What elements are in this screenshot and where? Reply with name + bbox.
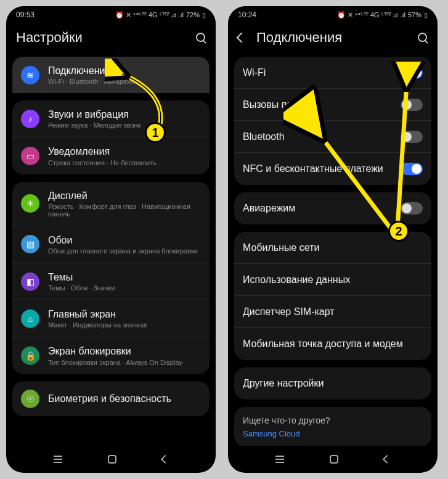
item-title: Авиарежим (243, 202, 392, 214)
settings-card: ☀ДисплейЯркость · Комфорт для глаз · Нав… (12, 182, 210, 374)
toggle-switch[interactable] (401, 163, 423, 175)
connections-item[interactable]: Мобильные сети (234, 232, 431, 264)
settings-item[interactable]: ≋ПодключенияWi-Fi · Bluetooth · Авиарежи… (12, 57, 210, 93)
item-title: Мобильная точка доступа и модем (243, 338, 423, 350)
nav-back-icon[interactable] (383, 455, 391, 464)
phone-connections: 10:24 ⏰ ✕ ᵛᵒᴸᵀᴱ 4G ᴸᵀᴱ² ⊿ .ıl 57% ▯ Подк… (228, 6, 438, 473)
status-icons: ⏰ ✕ ᵛᵒᴸᵀᴱ 4G ᴸᵀᴱ² ⊿ .ıl 72% ▯ (115, 11, 206, 19)
item-subtitle: Строка состояния · Не беспокоить (48, 159, 201, 166)
category-icon: ◧ (21, 272, 39, 291)
item-title: Диспетчер SIM-карт (243, 306, 423, 317)
item-subtitle: Wi-Fi · Bluetooth · Авиарежим (48, 78, 201, 85)
item-title: Дисплей (48, 190, 201, 202)
connections-item[interactable]: Вызовы по Wi-Fi (234, 89, 431, 121)
toggle-switch[interactable] (401, 202, 423, 215)
settings-card: ♪Звуки и вибрацияРежим звука · Мелодия з… (12, 100, 210, 174)
category-icon: ≋ (21, 66, 39, 84)
nav-home-icon[interactable] (108, 455, 116, 464)
item-title: Темы (48, 271, 201, 283)
connections-item[interactable]: Авиарежим (234, 192, 431, 224)
toggle-switch[interactable] (401, 99, 423, 111)
status-icons: ⏰ ✕ ᵛᵒᴸᵀᴱ 4G ᴸᵀᴱ² ⊿ .ıl 57% ▯ (337, 11, 428, 19)
page-title: Настройки (16, 30, 185, 46)
status-time: 09:53 (16, 10, 35, 19)
item-title: Использование данных (243, 274, 423, 285)
back-icon[interactable] (237, 33, 247, 43)
battery-icon: ▯ (202, 11, 206, 19)
connections-item[interactable]: Wi-Fi (234, 57, 431, 89)
settings-item[interactable]: ◧ТемыТемы · Обои · Значки (12, 263, 210, 300)
nav-home-icon[interactable] (330, 455, 338, 464)
settings-item[interactable]: ☀ДисплейЯркость · Комфорт для глаз · Нав… (12, 182, 210, 226)
item-title: Экран блокировки (48, 345, 201, 357)
search-icon[interactable] (418, 33, 428, 43)
item-title: Wi-Fi (243, 67, 392, 78)
item-title: NFC и бесконтактные платежи (243, 163, 392, 174)
settings-card: ≋ПодключенияWi-Fi · Bluetooth · Авиарежи… (12, 57, 210, 93)
category-icon: ▧ (21, 235, 39, 253)
item-title: Главный экран (48, 308, 201, 320)
category-icon: 🔒 (21, 346, 39, 365)
item-title: Обои (48, 234, 201, 246)
item-title: Уведомления (48, 145, 201, 157)
settings-item[interactable]: 🔒Экран блокировкиТип блокировки экрана ·… (12, 337, 210, 374)
item-title: Bluetooth (243, 131, 392, 142)
connections-item[interactable]: Мобильная точка доступа и модем (234, 328, 431, 360)
toggle-switch[interactable] (401, 131, 423, 143)
settings-list[interactable]: ≋ПодключенияWi-Fi · Bluetooth · Авиарежи… (6, 57, 216, 446)
item-subtitle: Макет · Индикаторы на значках (48, 321, 201, 329)
settings-card: ☉Биометрия и безопасность (12, 382, 210, 416)
connections-item[interactable]: Другие настройки (234, 367, 431, 399)
settings-item[interactable]: ▧ОбоиОбои для главного экрана и экрана б… (12, 226, 210, 263)
connections-item[interactable]: Bluetooth (234, 121, 431, 153)
settings-item[interactable]: ⌂Главный экранМакет · Индикаторы на знач… (12, 300, 210, 337)
item-title: Биометрия и безопасность (48, 393, 201, 404)
footer-prompt: Ищете что-то другое? (243, 416, 423, 425)
settings-item[interactable]: ▭УведомленияСтрока состояния · Не беспок… (12, 137, 210, 174)
settings-header: Настройки (6, 23, 216, 57)
battery-icon: ▯ (424, 11, 428, 19)
item-subtitle: Режим звука · Мелодия звонк (48, 121, 201, 129)
connections-list[interactable]: Wi-FiВызовы по Wi-FiBluetoothNFC и беско… (228, 57, 438, 446)
phone-settings: 09:53 ⏰ ✕ ᵛᵒᴸᵀᴱ 4G ᴸᵀᴱ² ⊿ .ıl 72% ▯ Наст… (6, 6, 216, 473)
connections-card: Wi-FiВызовы по Wi-FiBluetoothNFC и беско… (234, 57, 431, 185)
footer-card: Ищете что-то другое?Samsung Cloud (234, 407, 431, 446)
category-icon: ☉ (21, 390, 39, 408)
settings-item[interactable]: ♪Звуки и вибрацияРежим звука · Мелодия з… (12, 100, 210, 137)
navbar (6, 446, 216, 473)
item-title: Звуки и вибрация (48, 108, 201, 120)
category-icon: ⌂ (21, 309, 39, 328)
category-icon: ♪ (21, 110, 39, 128)
connections-header: Подключения (228, 23, 438, 57)
item-title: Подключения (48, 65, 201, 76)
item-subtitle: Обои для главного экрана и экрана блокир… (48, 247, 201, 255)
nav-recent-icon[interactable] (54, 456, 62, 463)
item-title: Вызовы по Wi-Fi (243, 99, 392, 110)
navbar (228, 446, 438, 473)
item-subtitle: Темы · Обои · Значки (48, 284, 201, 292)
connections-item[interactable]: NFC и бесконтактные платежи (234, 153, 431, 185)
page-title: Подключения (256, 30, 407, 46)
category-icon: ☀ (21, 194, 39, 213)
connections-card: Авиарежим (234, 192, 431, 224)
connections-item[interactable]: Диспетчер SIM-карт (234, 296, 431, 328)
footer-link[interactable]: Samsung Cloud (243, 429, 423, 438)
connections-card: Мобильные сетиИспользование данныхДиспет… (234, 232, 431, 360)
search-icon[interactable] (196, 33, 206, 43)
statusbar: 09:53 ⏰ ✕ ᵛᵒᴸᵀᴱ 4G ᴸᵀᴱ² ⊿ .ıl 72% ▯ (6, 6, 216, 23)
connections-card: Другие настройки (234, 367, 431, 399)
settings-item[interactable]: ☉Биометрия и безопасность (12, 382, 210, 416)
status-time: 10:24 (238, 10, 256, 19)
item-subtitle: Тип блокировки экрана · Always On Displa… (48, 359, 201, 366)
statusbar: 10:24 ⏰ ✕ ᵛᵒᴸᵀᴱ 4G ᴸᵀᴱ² ⊿ .ıl 57% ▯ (228, 6, 438, 23)
category-icon: ▭ (21, 147, 39, 165)
item-title: Другие настройки (243, 377, 423, 389)
item-subtitle: Яркость · Комфорт для глаз · Навигационн… (48, 203, 201, 218)
nav-back-icon[interactable] (161, 455, 169, 464)
item-title: Мобильные сети (243, 242, 423, 253)
nav-recent-icon[interactable] (275, 456, 284, 463)
connections-item[interactable]: Использование данных (234, 264, 431, 296)
toggle-switch[interactable] (401, 67, 423, 79)
